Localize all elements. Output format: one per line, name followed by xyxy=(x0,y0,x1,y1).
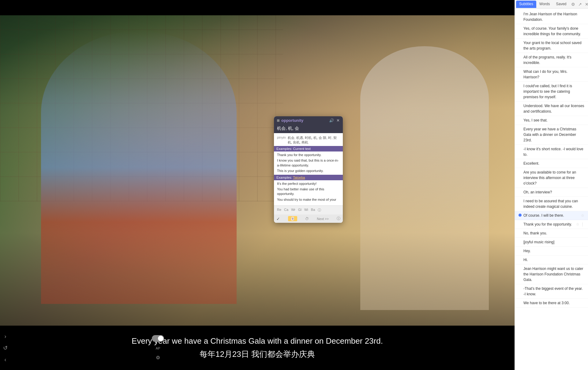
subtitle-item[interactable]: All of the programs, really. It's incred… xyxy=(515,53,588,67)
next-label[interactable]: Next >> xyxy=(317,217,329,221)
footer-ca-icon[interactable]: Ca xyxy=(283,207,289,213)
footer-info-icon[interactable]: ⓘ xyxy=(317,207,322,213)
ap-toggle[interactable] xyxy=(152,335,164,342)
subtitle-item[interactable]: -I know it's short notice. -I would love… xyxy=(515,145,588,159)
subtitle-text: Oh, an interview? xyxy=(523,189,584,195)
subtitle-item[interactable]: Yes, I see that. xyxy=(515,116,588,125)
ap-label: AP xyxy=(156,346,160,350)
popup-body: pinyin 机会, 机遇, 时机, 机, 会 隙, 时, 契机, 良机, 商机… xyxy=(274,133,343,205)
tatoeba-link[interactable]: Tatoeba xyxy=(293,176,305,179)
refresh-button[interactable]: ↺ xyxy=(3,345,8,351)
example-tatoeba-1[interactable]: It's the perfect opportunity! xyxy=(277,181,340,186)
tab-saved[interactable]: Saved xyxy=(553,1,569,8)
settings-gear-button[interactable]: ⚙ xyxy=(156,355,160,361)
popup-chinese: 机会, 机, 会 xyxy=(274,125,343,133)
subtitle-text: I need to be assured that you can indeed… xyxy=(523,198,584,209)
subtitle-text: We have to be there at 3:00. xyxy=(523,300,584,306)
subtitle-dot xyxy=(519,170,522,174)
popup-indicator xyxy=(277,119,279,122)
example-current-3[interactable]: This is your golden opportunity. xyxy=(277,169,340,173)
toggle-knob xyxy=(158,336,163,341)
video-area: opportunity 🔊 ✕ 机会, 机, 会 pinyin 机会, 机遇, … xyxy=(0,15,515,326)
panel-settings-icon[interactable]: ⚙ xyxy=(570,1,577,8)
subtitle-item[interactable]: Every year we have a Christmas Gala with… xyxy=(515,125,588,145)
subtitle-text: Of course. I will be there. xyxy=(523,213,579,218)
popup-footer: Re Ca Wr Gl Wi Ba ⓘ xyxy=(274,205,343,215)
star-icon[interactable]: ☆ xyxy=(576,222,579,227)
subtitle-bar: Every year we have a Christmas Gala with… xyxy=(0,326,515,370)
subtitle-text: Understood. We have all our licenses and… xyxy=(523,103,584,114)
subtitle-text: -That's the biggest event of the year. -… xyxy=(523,286,584,297)
subtitle-text: No, thank you. xyxy=(523,230,584,236)
subtitle-item[interactable]: Yes, of course. Your family's done incre… xyxy=(515,24,588,39)
subtitle-dot xyxy=(519,104,522,107)
subtitle-item[interactable]: Thank you for the opportunity.☆⋮ xyxy=(515,220,588,229)
next-arrow-button[interactable]: ‹ xyxy=(3,357,8,362)
subtitle-dot xyxy=(519,249,522,252)
subtitle-text: Are you available to come for an intervi… xyxy=(523,170,584,186)
subtitle-text: All of the programs, really. It's incred… xyxy=(523,54,584,65)
action-info-icon[interactable]: ⓘ xyxy=(337,216,340,221)
panel-export-icon[interactable]: ↗ xyxy=(577,1,583,8)
example-current-1[interactable]: Thank you for the opportunity. xyxy=(277,153,340,157)
action-card-icon[interactable]: 🃏 xyxy=(288,216,297,221)
action-check-icon[interactable]: ✓ xyxy=(276,216,280,221)
top-black-bar xyxy=(0,0,515,15)
footer-wi-icon[interactable]: Wi xyxy=(304,207,309,213)
subtitle-dot xyxy=(519,27,522,30)
subtitle-dot xyxy=(519,162,522,165)
subtitle-item[interactable]: -That's the biggest event of the year. -… xyxy=(515,284,588,299)
video-area-wrapper: opportunity 🔊 ✕ 机会, 机, 会 pinyin 机会, 机遇, … xyxy=(0,0,515,370)
footer-wr-icon[interactable]: Wr xyxy=(290,207,296,213)
tab-subtitles[interactable]: Subtitles xyxy=(516,1,536,8)
tab-words[interactable]: Words xyxy=(536,1,553,8)
subtitle-item[interactable]: What can I do for you, Mrs. Harrison? xyxy=(515,67,588,82)
subtitle-item[interactable]: Understood. We have all our licenses and… xyxy=(515,102,588,116)
subtitle-item[interactable]: Your grant to the local school saved the… xyxy=(515,39,588,53)
subtitle-text: -I know it's short notice. -I would love… xyxy=(523,146,584,157)
subtitle-item[interactable]: Oh, an interview? xyxy=(515,188,588,197)
subtitle-text: What can I do for you, Mrs. Harrison? xyxy=(523,69,584,80)
example-tatoeba-3[interactable]: You should try to make the most of your xyxy=(277,197,340,202)
subtitle-dot xyxy=(519,84,522,87)
subtitle-text: Excellent. xyxy=(523,161,584,166)
subtitles-list[interactable]: I'm Jean Harrison of the Harrison Founda… xyxy=(515,9,588,370)
subtitle-text: Your grant to the local school saved the… xyxy=(523,40,584,51)
popup-audio-icon[interactable]: 🔊 xyxy=(329,118,334,123)
subtitle-text: Yes, I see that. xyxy=(523,118,584,123)
example-tatoeba-2[interactable]: You had better make use of this opportun… xyxy=(277,187,340,196)
popup-close-icon[interactable]: ✕ xyxy=(336,118,340,123)
subtitle-item[interactable]: Hi. xyxy=(515,256,588,264)
subtitle-item[interactable]: Excellent. xyxy=(515,159,588,168)
panel-close-icon[interactable]: ✕ xyxy=(583,1,588,8)
subtitle-item[interactable]: I could've called, but I find it is impo… xyxy=(515,82,588,102)
example-current-2[interactable]: I know you said that, but this is a once… xyxy=(277,158,340,168)
footer-re-icon[interactable]: Re xyxy=(276,207,282,213)
footer-icons: Re Ca Wr Gl Wi Ba ⓘ xyxy=(276,207,322,213)
subtitle-item[interactable]: Are you available to come for an intervi… xyxy=(515,168,588,188)
footer-gl-icon[interactable]: Gl xyxy=(298,207,302,213)
subtitle-dot xyxy=(519,70,522,73)
subtitle-item[interactable]: Jean Harrison might want us to cater the… xyxy=(515,264,588,284)
footer-ba-icon[interactable]: Ba xyxy=(310,207,316,213)
subtitle-item[interactable]: [joyful music rising] xyxy=(515,238,588,247)
subtitle-item[interactable]: I need to be assured that you can indeed… xyxy=(515,197,588,211)
word-popup-header: opportunity 🔊 ✕ xyxy=(274,116,343,125)
more-icon[interactable]: ⋮ xyxy=(581,222,584,227)
popup-header-icons: 🔊 ✕ xyxy=(329,118,340,123)
action-clock-icon[interactable]: ⏱ xyxy=(305,217,309,221)
star-icon[interactable]: ☆ xyxy=(581,213,584,218)
subtitle-item[interactable]: We have to be there at 3:00. xyxy=(515,299,588,308)
popup-defs-row: pinyin 机会, 机遇, 时机, 机, 会 隙, 时, 契机, 良机, 商机 xyxy=(277,136,340,145)
subtitle-english: Every year we have a Christmas Gala with… xyxy=(132,336,383,346)
subtitle-text: Yes, of course. Your family's done incre… xyxy=(523,26,584,37)
subtitle-item[interactable]: Of course. I will be there.☆ xyxy=(515,211,588,220)
subtitle-dot xyxy=(519,301,522,304)
subtitle-item[interactable]: Hey. xyxy=(515,247,588,256)
subtitle-dot xyxy=(519,199,522,202)
prev-arrow-button[interactable]: › xyxy=(3,334,8,339)
action-extra-icons: ⏱ xyxy=(305,217,309,221)
subtitle-item[interactable]: I'm Jean Harrison of the Harrison Founda… xyxy=(515,10,588,24)
subtitle-item[interactable]: No, thank you. xyxy=(515,229,588,238)
bottom-left-controls: › ↺ ‹ xyxy=(3,326,8,370)
